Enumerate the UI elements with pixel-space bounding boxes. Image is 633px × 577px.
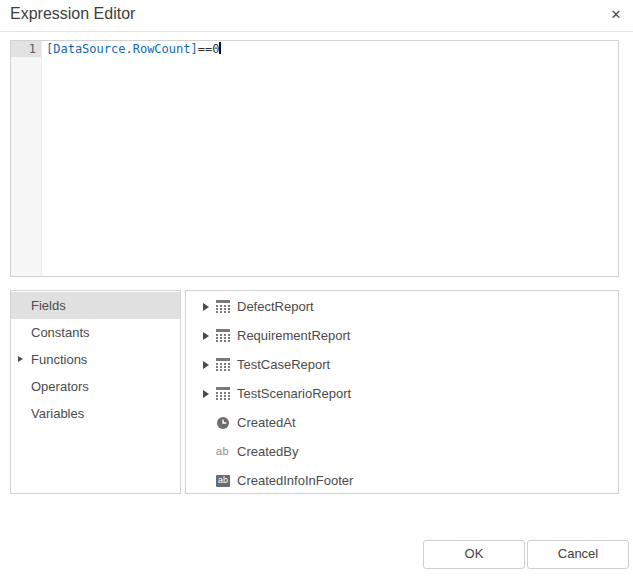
tree-item-testcasereport[interactable]: TestCaseReport — [186, 350, 618, 379]
category-label: Fields — [31, 298, 66, 313]
code-token-operator: ==0 — [198, 42, 220, 56]
text-icon: ab — [216, 446, 237, 457]
code-input-area[interactable]: [DataSource.RowCount]==0 — [42, 41, 618, 276]
cancel-button[interactable]: Cancel — [527, 540, 629, 569]
category-item-variables[interactable]: Variables — [11, 400, 180, 427]
expression-code-editor[interactable]: 1 [DataSource.RowCount]==0 — [10, 40, 619, 277]
expand-arrow-icon[interactable] — [18, 356, 23, 362]
category-item-functions[interactable]: Functions — [11, 346, 180, 373]
text-cursor — [219, 42, 221, 54]
table-icon — [216, 358, 237, 371]
ok-button[interactable]: OK — [423, 540, 525, 569]
tree-item-createdinfoinfooter[interactable]: ab CreatedInfoInFooter — [186, 466, 618, 494]
tree-item-label: DefectReport — [237, 299, 314, 314]
category-label: Functions — [31, 352, 87, 367]
code-token-field: [DataSource.RowCount] — [46, 42, 198, 56]
clock-icon — [216, 416, 237, 430]
table-icon — [216, 300, 237, 313]
spacer — [203, 419, 216, 427]
tree-item-label: TestCaseReport — [237, 357, 330, 372]
tree-item-requirementreport[interactable]: RequirementReport — [186, 321, 618, 350]
category-label: Constants — [31, 325, 90, 340]
tree-item-label: CreatedAt — [237, 415, 296, 430]
category-item-fields[interactable]: Fields — [11, 292, 180, 319]
expand-arrow-icon[interactable] — [203, 303, 216, 311]
category-label: Operators — [31, 379, 89, 394]
spacer — [203, 477, 216, 485]
category-list: Fields Constants Functions Operators Var… — [10, 290, 181, 494]
dialog-title: Expression Editor — [10, 5, 135, 23]
tree-item-label: CreatedBy — [237, 444, 298, 459]
tree-item-label: TestScenarioReport — [237, 386, 351, 401]
expand-arrow-icon[interactable] — [203, 361, 216, 369]
tree-item-defectreport[interactable]: DefectReport — [186, 292, 618, 321]
tree-item-label: RequirementReport — [237, 328, 350, 343]
tree-item-createdat[interactable]: CreatedAt — [186, 408, 618, 437]
category-item-operators[interactable]: Operators — [11, 373, 180, 400]
expand-arrow-icon[interactable] — [203, 390, 216, 398]
fields-tree: DefectReport RequirementReport TestCaseR… — [185, 290, 619, 494]
spacer — [203, 448, 216, 456]
table-icon — [216, 329, 237, 342]
dialog-titlebar: Expression Editor ✕ — [0, 0, 633, 32]
table-icon — [216, 387, 237, 400]
expand-arrow-icon[interactable] — [203, 332, 216, 340]
tree-item-label: CreatedInfoInFooter — [237, 473, 353, 488]
tree-item-createdby[interactable]: ab CreatedBy — [186, 437, 618, 466]
line-number-gutter: 1 — [11, 41, 42, 276]
text-filled-icon: ab — [216, 475, 237, 487]
category-item-constants[interactable]: Constants — [11, 319, 180, 346]
line-number: 1 — [11, 41, 41, 57]
tree-item-testscenarioreport[interactable]: TestScenarioReport — [186, 379, 618, 408]
category-label: Variables — [31, 406, 84, 421]
close-icon[interactable]: ✕ — [605, 3, 627, 25]
